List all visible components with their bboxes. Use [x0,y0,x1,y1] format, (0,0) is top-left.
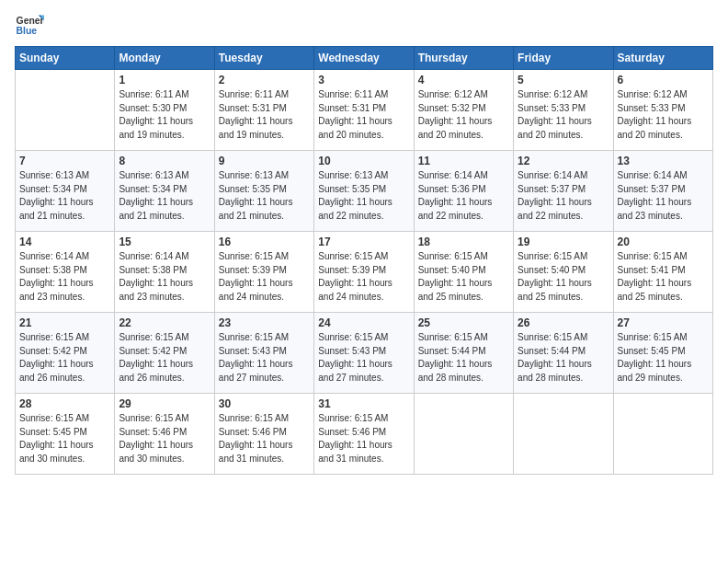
day-number: 15 [119,236,210,248]
calendar-table: Sunday Monday Tuesday Wednesday Thursday… [15,46,713,475]
day-number: 20 [618,236,709,248]
day-detail: Sunrise: 6:15 AMSunset: 5:41 PMDaylight:… [618,250,709,304]
day-number: 10 [318,155,409,167]
col-thursday: Thursday [414,47,513,70]
day-cell: 26Sunrise: 6:15 AMSunset: 5:44 PMDayligh… [514,313,613,394]
week-row-2: 14Sunrise: 6:14 AMSunset: 5:38 PMDayligh… [16,232,713,313]
day-cell: 22Sunrise: 6:15 AMSunset: 5:42 PMDayligh… [115,313,214,394]
day-number: 12 [518,155,609,167]
day-cell: 25Sunrise: 6:15 AMSunset: 5:44 PMDayligh… [414,313,513,394]
day-cell: 13Sunrise: 6:14 AMSunset: 5:37 PMDayligh… [613,151,712,232]
day-detail: Sunrise: 6:15 AMSunset: 5:45 PMDaylight:… [19,412,110,465]
header-row: Sunday Monday Tuesday Wednesday Thursday… [16,47,713,70]
day-number: 23 [219,316,310,329]
day-detail: Sunrise: 6:15 AMSunset: 5:43 PMDaylight:… [318,331,409,385]
day-detail: Sunrise: 6:12 AMSunset: 5:32 PMDaylight:… [418,88,509,142]
day-number: 9 [219,155,310,167]
day-number: 24 [318,316,409,329]
day-detail: Sunrise: 6:15 AMSunset: 5:39 PMDaylight:… [318,250,409,304]
day-detail: Sunrise: 6:11 AMSunset: 5:31 PMDaylight:… [318,88,409,142]
page: General Blue Sunday Monday Tuesday Wedne… [0,0,728,563]
day-detail: Sunrise: 6:14 AMSunset: 5:36 PMDaylight:… [418,169,509,223]
day-cell [514,394,613,475]
calendar-body: 1Sunrise: 6:11 AMSunset: 5:30 PMDaylight… [16,70,713,475]
day-number: 22 [119,316,210,329]
day-number: 5 [518,74,609,86]
day-detail: Sunrise: 6:15 AMSunset: 5:40 PMDaylight:… [518,250,609,304]
day-number: 18 [418,236,509,248]
day-cell: 1Sunrise: 6:11 AMSunset: 5:30 PMDaylight… [115,70,214,151]
week-row-1: 7Sunrise: 6:13 AMSunset: 5:34 PMDaylight… [16,151,713,232]
day-cell: 30Sunrise: 6:15 AMSunset: 5:46 PMDayligh… [214,394,313,475]
day-detail: Sunrise: 6:15 AMSunset: 5:46 PMDaylight:… [318,412,409,465]
header: General Blue [15,9,713,39]
day-cell: 11Sunrise: 6:14 AMSunset: 5:36 PMDayligh… [414,151,513,232]
day-detail: Sunrise: 6:15 AMSunset: 5:40 PMDaylight:… [418,250,509,304]
day-detail: Sunrise: 6:15 AMSunset: 5:45 PMDaylight:… [618,331,709,385]
day-number: 14 [19,236,110,248]
day-cell: 29Sunrise: 6:15 AMSunset: 5:46 PMDayligh… [115,394,214,475]
day-number: 2 [219,74,310,86]
day-cell: 31Sunrise: 6:15 AMSunset: 5:46 PMDayligh… [314,394,414,475]
day-number: 13 [618,155,709,167]
col-friday: Friday [514,47,613,70]
day-cell: 4Sunrise: 6:12 AMSunset: 5:32 PMDaylight… [414,70,513,151]
day-detail: Sunrise: 6:13 AMSunset: 5:35 PMDaylight:… [318,169,409,223]
day-cell: 6Sunrise: 6:12 AMSunset: 5:33 PMDaylight… [613,70,712,151]
day-detail: Sunrise: 6:15 AMSunset: 5:42 PMDaylight:… [19,331,110,385]
svg-text:General: General [17,16,44,26]
day-cell: 27Sunrise: 6:15 AMSunset: 5:45 PMDayligh… [613,313,712,394]
day-number: 30 [219,397,310,410]
day-cell: 7Sunrise: 6:13 AMSunset: 5:34 PMDaylight… [16,151,115,232]
day-number: 31 [318,397,409,410]
day-number: 21 [19,316,110,329]
day-detail: Sunrise: 6:15 AMSunset: 5:46 PMDaylight:… [119,412,210,465]
day-detail: Sunrise: 6:15 AMSunset: 5:44 PMDaylight:… [418,331,509,385]
day-number: 25 [418,316,509,329]
day-detail: Sunrise: 6:15 AMSunset: 5:46 PMDaylight:… [219,412,310,465]
day-cell: 8Sunrise: 6:13 AMSunset: 5:34 PMDaylight… [115,151,214,232]
day-detail: Sunrise: 6:15 AMSunset: 5:43 PMDaylight:… [219,331,310,385]
day-cell: 14Sunrise: 6:14 AMSunset: 5:38 PMDayligh… [16,232,115,313]
day-cell: 15Sunrise: 6:14 AMSunset: 5:38 PMDayligh… [115,232,214,313]
day-detail: Sunrise: 6:15 AMSunset: 5:42 PMDaylight:… [119,331,210,385]
day-cell: 5Sunrise: 6:12 AMSunset: 5:33 PMDaylight… [514,70,613,151]
day-number: 3 [318,74,409,86]
day-cell: 16Sunrise: 6:15 AMSunset: 5:39 PMDayligh… [214,232,313,313]
day-number: 8 [119,155,210,167]
day-cell: 20Sunrise: 6:15 AMSunset: 5:41 PMDayligh… [613,232,712,313]
col-sunday: Sunday [16,47,115,70]
day-detail: Sunrise: 6:14 AMSunset: 5:38 PMDaylight:… [19,250,110,304]
day-number: 7 [19,155,110,167]
day-detail: Sunrise: 6:14 AMSunset: 5:37 PMDaylight:… [518,169,609,223]
col-saturday: Saturday [613,47,712,70]
day-detail: Sunrise: 6:12 AMSunset: 5:33 PMDaylight:… [518,88,609,142]
day-detail: Sunrise: 6:12 AMSunset: 5:33 PMDaylight:… [618,88,709,142]
day-detail: Sunrise: 6:14 AMSunset: 5:37 PMDaylight:… [618,169,709,223]
day-cell [414,394,513,475]
day-cell: 2Sunrise: 6:11 AMSunset: 5:31 PMDaylight… [214,70,313,151]
day-number: 26 [518,316,609,329]
day-cell: 24Sunrise: 6:15 AMSunset: 5:43 PMDayligh… [314,313,414,394]
col-tuesday: Tuesday [214,47,313,70]
day-number: 16 [219,236,310,248]
day-cell [16,70,115,151]
day-cell: 12Sunrise: 6:14 AMSunset: 5:37 PMDayligh… [514,151,613,232]
day-detail: Sunrise: 6:13 AMSunset: 5:34 PMDaylight:… [119,169,210,223]
day-detail: Sunrise: 6:15 AMSunset: 5:44 PMDaylight:… [518,331,609,385]
day-cell: 3Sunrise: 6:11 AMSunset: 5:31 PMDaylight… [314,70,414,151]
day-cell: 9Sunrise: 6:13 AMSunset: 5:35 PMDaylight… [214,151,313,232]
col-wednesday: Wednesday [314,47,414,70]
day-detail: Sunrise: 6:11 AMSunset: 5:31 PMDaylight:… [219,88,310,142]
day-number: 6 [618,74,709,86]
day-cell: 18Sunrise: 6:15 AMSunset: 5:40 PMDayligh… [414,232,513,313]
week-row-3: 21Sunrise: 6:15 AMSunset: 5:42 PMDayligh… [16,313,713,394]
day-cell: 23Sunrise: 6:15 AMSunset: 5:43 PMDayligh… [214,313,313,394]
day-detail: Sunrise: 6:11 AMSunset: 5:30 PMDaylight:… [119,88,210,142]
day-detail: Sunrise: 6:13 AMSunset: 5:34 PMDaylight:… [19,169,110,223]
logo-icon: General Blue [15,9,44,39]
day-number: 29 [119,397,210,410]
week-row-0: 1Sunrise: 6:11 AMSunset: 5:30 PMDaylight… [16,70,713,151]
day-number: 28 [19,397,110,410]
col-monday: Monday [115,47,214,70]
